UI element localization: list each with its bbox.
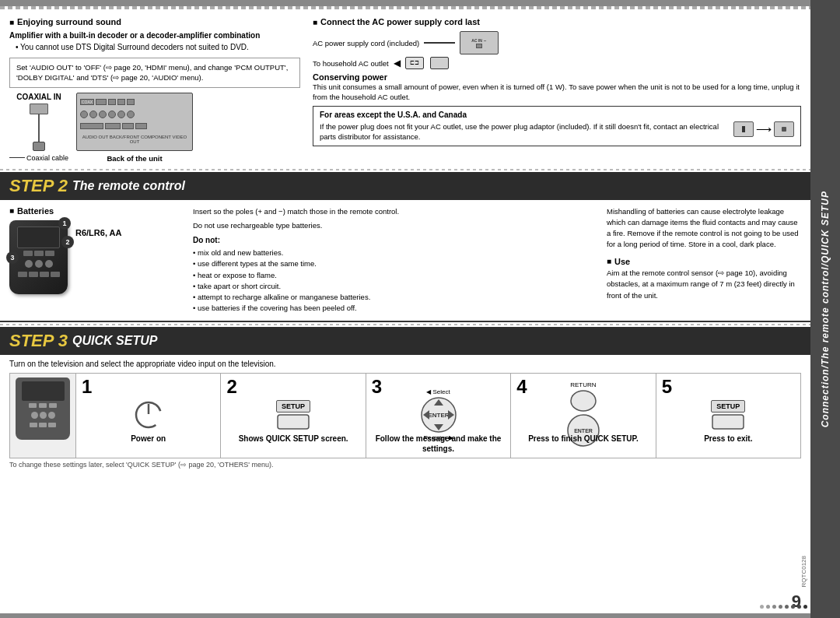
- product-code: RQTC0128: [800, 556, 807, 587]
- setup-btn-svg: [277, 414, 310, 430]
- steps-icons-row: 1 Power on 2 SETUP: [9, 373, 801, 458]
- step2-col: 2 SETUP Shows QUICK SETUP screen.: [221, 374, 366, 458]
- svg-text:ENTER: ENTER: [428, 412, 449, 419]
- select-label: ◀ Select: [426, 388, 450, 395]
- back-panel-img: COAX: [76, 93, 193, 151]
- top-section: Enjoying surround sound Amplifier with a…: [0, 11, 810, 167]
- step3-col: 3 ◀ Select ENTER: [366, 374, 511, 458]
- batteries-section: Batteries: [9, 206, 180, 314]
- bottom-bar: [0, 613, 810, 618]
- step5-label: Press to exit.: [704, 434, 752, 444]
- coaxial-in-label: COAXIAL IN: [16, 93, 61, 101]
- areas-heading: For areas except the U.S.A. and Canada: [320, 111, 794, 119]
- middle-instructions: Insert so the poles (+ and −) match thos…: [193, 206, 594, 314]
- areas-box: For areas except the U.S.A. and Canada I…: [313, 106, 801, 147]
- return-label: RETURN: [570, 381, 596, 388]
- back-panel-area: COAX: [76, 93, 193, 163]
- do-not-item: heat or expose to flame.: [193, 270, 594, 281]
- batteries-heading: Batteries: [9, 206, 180, 216]
- audio-note-text: Set 'AUDIO OUT' to 'OFF' (⇨ page 20, 'HD…: [16, 63, 288, 82]
- step1-col: 1 Power on: [76, 374, 221, 458]
- top-bar: [0, 0, 810, 6]
- use-heading: Use: [607, 255, 801, 269]
- mini-remote-screen: [22, 381, 65, 401]
- setup-btn-svg-2: [712, 414, 744, 430]
- step5-icon: SETUP: [659, 396, 798, 434]
- household-label: To household AC outlet: [313, 59, 389, 68]
- do-not-item: take apart or short circuit.: [193, 281, 594, 292]
- svg-rect-2: [278, 415, 309, 429]
- step2-icon: SETUP: [223, 396, 362, 434]
- battery-pos-2: 2: [61, 236, 74, 248]
- coaxial-diagram: COAXIAL IN Coaxial cable: [9, 93, 68, 162]
- ac-power-header: Connect the AC power supply cord last: [313, 17, 801, 26]
- section-dashed-1: [0, 169, 810, 170]
- do-not-item: use batteries if the covering has been p…: [193, 303, 594, 314]
- step5-col: 5 SETUP Press to exit.: [656, 374, 800, 458]
- step2-label: Shows QUICK SETUP screen.: [239, 434, 348, 444]
- step1-label: Power on: [131, 434, 166, 444]
- power-btn-icon: [134, 400, 163, 430]
- section-dashed-2: [0, 324, 810, 325]
- enter-btn-svg: ENTER: [420, 396, 457, 434]
- step4-col: 4 RETURN ENTER Pre: [511, 374, 656, 458]
- left-col: Enjoying surround sound Amplifier with a…: [9, 17, 313, 163]
- step3-title: QUICK SETUP: [72, 334, 157, 348]
- step5-num: 5: [659, 377, 672, 396]
- do-not-item: use different types at the same time.: [193, 258, 594, 269]
- setup-label-icon: SETUP: [276, 400, 310, 413]
- svg-rect-12: [712, 415, 744, 429]
- step1-icon: [79, 396, 218, 434]
- remote-col: [10, 374, 76, 458]
- battery-type: R6/LR6, AA: [75, 228, 122, 237]
- right-sidebar: Connection/The remote control/QUICK SETU…: [810, 0, 840, 618]
- right-col: Connect the AC power supply cord last AC…: [313, 17, 801, 163]
- amplifier-bullet: You cannot use DTS Digital Surround deco…: [16, 42, 300, 53]
- step1-num: 1: [79, 377, 92, 396]
- main-content: Enjoying surround sound Amplifier with a…: [0, 0, 810, 618]
- step2-title: The remote control: [72, 179, 185, 193]
- step3-content: Turn on the television and select the ap…: [0, 355, 810, 472]
- ac-cord-label: AC power supply cord (included): [313, 39, 419, 47]
- svg-point-9: [571, 391, 596, 411]
- step4-num: 4: [513, 377, 527, 396]
- step3-num: 3: [369, 377, 382, 396]
- step3-label: Follow the message and make the settings…: [369, 434, 508, 454]
- do-not-heading: Do not:: [193, 234, 594, 246]
- audio-note: Set 'AUDIO OUT' to 'OFF' (⇨ page 20, 'HD…: [9, 58, 300, 88]
- do-not-list: mix old and new batteries. use different…: [193, 248, 594, 314]
- insert-text: Insert so the poles (+ and −) match thos…: [193, 206, 594, 217]
- top-dashed: [0, 6, 810, 9]
- step3-instruction: Turn on the television and select the ap…: [9, 360, 801, 368]
- household-row: To household AC outlet ◀ ⊏⊐: [313, 57, 801, 69]
- sidebar-label: Connection/The remote control/QUICK SETU…: [820, 191, 831, 427]
- setup-label-icon-2: SETUP: [711, 400, 745, 413]
- areas-text: If the power plug does not fit your AC o…: [320, 121, 727, 142]
- step2-header: STEP 2 The remote control: [0, 172, 810, 200]
- battery-pos-3: 3: [6, 251, 19, 264]
- remote-area: 1 2 3 R6/LR6, AA: [9, 220, 180, 294]
- step2-content: Batteries: [0, 200, 810, 322]
- use-text: Aim at the remote control sensor (⇨ page…: [607, 268, 801, 301]
- do-not-item: attempt to recharge alkaline or manganes…: [193, 292, 594, 303]
- step3-bottom-note: To change these settings later, select '…: [9, 461, 801, 469]
- return-btn-svg: [570, 390, 597, 412]
- do-not-item: mix old and new batteries.: [193, 248, 594, 258]
- mini-remote: [16, 377, 70, 440]
- step3-header: STEP 3 QUICK SETUP: [0, 327, 810, 355]
- right-instructions: Mishandling of batteries can cause elect…: [607, 206, 801, 314]
- mishandling-text: Mishandling of batteries can cause elect…: [607, 206, 801, 251]
- amplifier-heading: Amplifier with a built-in decoder or a d…: [9, 31, 300, 40]
- no-rechargeable: Do not use rechargeable type batteries.: [193, 220, 594, 231]
- battery-pos-1: 1: [58, 217, 71, 230]
- step2-num-label: STEP 2: [9, 176, 68, 196]
- step3-num-label: STEP 3: [9, 331, 68, 351]
- step3-icon: ◀ Select ENTER Register: [369, 396, 508, 434]
- conserving-text: This unit consumes a small amount of pow…: [313, 82, 801, 103]
- step4-icon: RETURN ENTER: [513, 396, 653, 434]
- enjoying-surround-header: Enjoying surround sound: [9, 17, 300, 26]
- page-container: Connection/The remote control/QUICK SETU…: [0, 0, 840, 618]
- coaxial-cable-label: Coaxial cable: [26, 154, 68, 162]
- conserving-heading: Conserving power: [313, 72, 801, 82]
- step4-label: Press to finish QUICK SETUP.: [528, 434, 639, 444]
